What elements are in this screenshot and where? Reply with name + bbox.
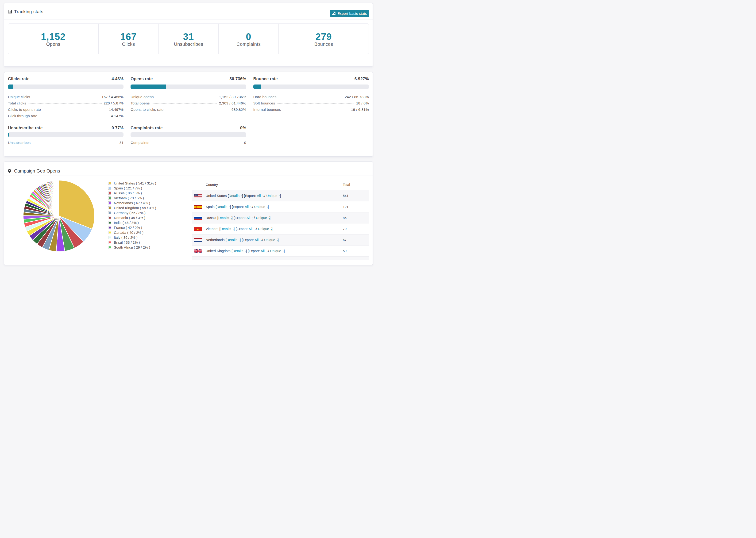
geo-country-total: 67 [343,238,369,242]
progress-fill [131,84,166,89]
stat-box-unsubscribes: 31Unsubscribes [158,24,219,54]
export-unique-link[interactable]: Unique [260,260,273,260]
legend-label: Germany ( 55 / 3% ) [114,211,145,215]
stat-box-clicks: 167Clicks [98,24,158,54]
rate-row-value: 1,152 / 30.736% [219,94,246,100]
legend-item[interactable]: India ( 46 / 3% ) [108,220,156,225]
legend-item[interactable]: Italy ( 36 / 2% ) [108,235,156,240]
geo-table-row-es: Spain [Details ] [Export: All / Unique ]… [192,201,369,212]
rate-head: Complaints rate0% [131,126,246,131]
legend-item[interactable]: Romania ( 49 / 3% ) [108,215,156,220]
legend-label: India ( 46 / 3% ) [114,221,139,225]
rate-title: Unsubscribe rate [8,126,43,131]
legend-item[interactable]: Netherlands ( 67 / 4% ) [108,200,156,205]
legend-label: South Africa ( 29 / 2% ) [114,245,150,249]
export-unique-link[interactable]: Unique [258,227,272,231]
progress-fill [8,84,13,89]
rate-row-value: 220 / 5.87% [104,100,124,106]
export-unique-link[interactable]: Unique [270,249,284,253]
legend-swatch [108,191,111,194]
stat-label-bounces: Bounces [279,41,369,47]
rate-title: Opens rate [131,77,153,81]
legend-item[interactable]: Russia ( 86 / 5% ) [108,190,156,195]
export-all-link[interactable]: All [257,194,263,198]
export-all-link[interactable]: All [246,216,253,220]
geo-country-name: Germany [ [206,260,222,260]
geo-table-row-vn: Vietnam [Details ] [Export: All / Unique… [192,223,369,234]
details-link[interactable]: Details [220,227,234,231]
export-basic-stats-button[interactable]: Export basic stats [330,10,369,17]
flag-icon-vn [194,227,206,231]
geo-country-name: United Kingdom [ [206,249,233,253]
export-icon [332,12,336,15]
export-unique-link[interactable]: Unique [254,205,268,209]
rate-head: Clicks rate4.46% [8,77,124,81]
geo-country-total: 59 [343,249,369,253]
rate-value: 30.736% [229,77,246,81]
rate-row: Opens to clicks rate689.82% [131,106,246,113]
campaign-geo-opens-header: Campaign Geo Opens [4,162,373,176]
details-link[interactable]: Details [233,249,245,253]
legend-label: Romania ( 49 / 3% ) [114,216,145,220]
details-link[interactable]: Details [217,205,230,209]
rate-row-value: 4.147% [111,113,124,119]
rate-row: Clicks to opens rate14.497% [8,106,124,113]
campaign-geo-opens-title-text: Campaign Geo Opens [14,168,60,174]
legend-swatch [108,221,111,224]
rate-row-label: Clicks to opens rate [8,106,41,113]
legend-item[interactable]: Canada ( 40 / 2% ) [108,230,156,235]
flag-icon-us [194,194,206,198]
details-link[interactable]: Details [218,216,232,220]
legend-item[interactable]: United Kingdom ( 59 / 3% ) [108,205,156,210]
export-all-link[interactable]: All [250,260,256,260]
rate-row-label: Soft bounces [253,100,275,106]
export-all-link[interactable]: All [244,205,251,209]
geo-table-row-gb: United Kingdom [Details ] [Export: All /… [192,245,369,256]
legend-item[interactable]: Vietnam ( 79 / 5% ) [108,195,156,200]
geo-table-row-us: United States [Details ] [Export: All / … [192,190,369,201]
flag-icon-gb [194,249,206,253]
export-all-link[interactable]: All [255,238,261,242]
legend-label: Italy ( 36 / 2% ) [114,236,137,240]
progress-track [253,84,369,89]
stat-value-unsubscribes: 31 [159,32,219,41]
rate-section-unsubscribe-rate: Unsubscribe rate0.77%Unsubscribes31 [8,126,124,146]
rate-section-clicks-rate: Clicks rate4.46%Unique clicks167 / 4.456… [8,77,124,119]
rate-value: 0.77% [112,126,124,131]
bar-chart-icon [8,10,12,14]
geo-country-name: Spain [ [206,205,217,209]
legend-item[interactable]: Germany ( 55 / 3% ) [108,210,156,215]
legend-item[interactable]: United States ( 541 / 31% ) [108,181,156,186]
legend-item[interactable]: Brazil ( 33 / 2% ) [108,240,156,245]
export-unique-link[interactable]: Unique [266,194,280,198]
geo-country-name: Vietnam [ [206,227,220,231]
progress-track [131,84,246,89]
legend-label: Vietnam ( 79 / 5% ) [114,196,144,200]
details-link[interactable]: Details [227,238,240,242]
legend-item[interactable]: South Africa ( 29 / 2% ) [108,245,156,250]
rate-row: Total opens2,303 / 61.446% [131,100,246,106]
legend-item[interactable]: France ( 42 / 2% ) [108,225,156,230]
geo-table-row-ru: Russia [Details ] [Export: All / Unique … [192,212,369,223]
rate-row-value: 31 [120,139,124,146]
rate-title: Clicks rate [8,77,29,81]
export-all-link[interactable]: All [261,249,267,253]
rate-title: Bounce rate [253,77,278,81]
rate-section-opens-rate: Opens rate30.736%Unique opens1,152 / 30.… [131,77,246,119]
legend-item[interactable]: Spain ( 121 / 7% ) [108,186,156,190]
rate-row-label: Total opens [131,100,149,106]
export-unique-link[interactable]: Unique [256,216,270,220]
export-unique-link[interactable]: Unique [264,238,278,242]
progress-track [131,133,246,137]
details-link[interactable]: Details [229,194,242,198]
progress-track [8,84,124,89]
details-link[interactable]: Details [222,260,235,260]
legend-swatch [108,206,111,209]
rate-title: Complaints rate [131,126,163,131]
stat-box-complaints: 0Complaints [218,24,279,54]
export-all-link[interactable]: All [249,227,255,231]
flag-icon-nl [194,238,206,242]
campaign-geo-opens-body: United States ( 541 / 31% )Spain ( 121 /… [4,176,373,265]
geo-opens-pie-chart[interactable] [23,180,95,252]
dotted-leader [165,110,230,110]
